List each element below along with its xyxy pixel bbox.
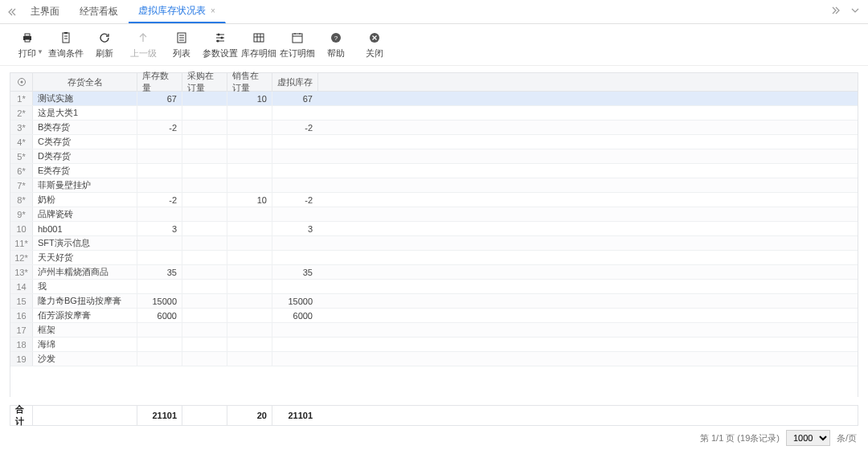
order-detail-button[interactable]: 在订明细 ▼	[278, 31, 317, 59]
table-row[interactable]: 11*SFT演示信息	[10, 236, 858, 251]
cell-purchase	[182, 121, 227, 134]
cell-purchase	[182, 164, 227, 178]
row-index: 10	[10, 222, 33, 235]
close-button[interactable]: 关闭	[355, 31, 394, 59]
cell-purchase	[182, 222, 227, 235]
totals-virtual: 21101	[272, 406, 317, 425]
cell-sales	[227, 121, 272, 134]
refresh-button[interactable]: 刷新	[85, 31, 124, 59]
table-row[interactable]: 6*E类存货	[10, 164, 858, 178]
table-row[interactable]: 4*C类存货	[10, 135, 858, 149]
gear-icon[interactable]	[10, 73, 33, 91]
table-row[interactable]: 3*B类存货-2-2	[10, 121, 858, 135]
row-index: 14	[10, 280, 33, 293]
row-index: 8*	[10, 193, 33, 207]
table-row[interactable]: 14我	[10, 280, 858, 294]
row-index: 1*	[10, 92, 33, 105]
table-row[interactable]: 18海绵	[10, 338, 858, 352]
chevron-down-icon: ▼	[307, 48, 313, 55]
table-row[interactable]: 9*品牌瓷砖	[10, 207, 858, 222]
table-row[interactable]: 8*奶粉-210-2	[10, 193, 858, 207]
table-row[interactable]: 7*菲斯曼壁挂炉	[10, 178, 858, 193]
row-index: 18	[10, 338, 33, 351]
svg-rect-2	[25, 39, 30, 42]
print-button[interactable]: 打印 ▼	[8, 31, 47, 59]
col-sales[interactable]: 销售在订量	[227, 73, 272, 91]
cell-name: 框架	[33, 323, 137, 337]
svg-rect-4	[64, 32, 68, 34]
row-index: 5*	[10, 149, 33, 163]
cell-stock	[137, 149, 182, 163]
filter-button[interactable]: 查询条件	[47, 31, 85, 59]
totals-purchase	[182, 406, 227, 425]
svg-rect-1	[25, 34, 30, 36]
table-row[interactable]: 1*测试实施671067	[10, 92, 858, 106]
cell-stock: 3	[137, 222, 182, 235]
cell-stock: 6000	[137, 309, 182, 322]
table-body[interactable]: 1*测试实施6710672*这是大类13*B类存货-2-24*C类存货5*D类存…	[10, 92, 858, 397]
cell-stock	[137, 135, 182, 149]
cell-virtual: -2	[272, 193, 317, 207]
cell-stock	[137, 352, 182, 366]
cell-virtual	[272, 338, 317, 351]
cell-sales	[227, 164, 272, 178]
cell-purchase	[182, 178, 227, 192]
col-virtual[interactable]: 虚拟库存	[272, 73, 317, 91]
row-index: 9*	[10, 207, 33, 221]
cell-sales	[227, 207, 272, 221]
cell-virtual: 6000	[272, 309, 317, 322]
table-row[interactable]: 19沙发	[10, 352, 858, 366]
cell-sales	[227, 265, 272, 279]
table-row[interactable]: 16佰芳源按摩膏60006000	[10, 309, 858, 323]
close-icon[interactable]: ×	[211, 6, 215, 15]
table-row[interactable]: 12*天天好货	[10, 251, 858, 265]
tab-main[interactable]: 主界面	[21, 0, 70, 23]
tabs-next-icon[interactable]	[828, 2, 844, 18]
cell-name: 品牌瓷砖	[33, 207, 137, 221]
cell-name: 我	[33, 280, 137, 293]
cell-virtual	[272, 164, 317, 178]
stock-detail-button[interactable]: 库存明细	[240, 31, 278, 59]
col-name[interactable]: 存货全名	[33, 73, 137, 91]
tabs-dropdown-icon[interactable]	[847, 2, 863, 18]
cell-purchase	[182, 352, 227, 366]
help-button[interactable]: ? 帮助	[317, 31, 355, 59]
cell-stock: -2	[137, 121, 182, 134]
cell-stock	[137, 280, 182, 293]
col-purchase[interactable]: 采购在订量	[182, 73, 227, 91]
cell-virtual	[272, 149, 317, 163]
cell-stock: 15000	[137, 294, 182, 308]
cell-name: 泸州丰糯烧酒商品	[33, 265, 137, 279]
up-level-button[interactable]: 上一级	[124, 31, 162, 59]
table-row[interactable]: 5*D类存货	[10, 149, 858, 164]
cell-stock	[137, 207, 182, 221]
cell-sales	[227, 222, 272, 235]
cell-purchase	[182, 193, 227, 207]
sliders-icon	[213, 31, 227, 45]
table-row[interactable]: 17框架	[10, 323, 858, 338]
table-row[interactable]: 10hb00133	[10, 222, 858, 236]
params-button[interactable]: 参数设置	[201, 31, 240, 59]
page-size-select[interactable]: 1000	[786, 430, 830, 446]
svg-point-6	[218, 33, 220, 35]
cell-purchase	[182, 149, 227, 163]
list-button[interactable]: 列表	[162, 31, 201, 59]
cell-virtual	[272, 207, 317, 221]
cell-stock	[137, 236, 182, 250]
col-stock[interactable]: 库存数量	[137, 73, 182, 91]
table-row[interactable]: 13*泸州丰糯烧酒商品3535	[10, 265, 858, 280]
cell-virtual	[272, 135, 317, 149]
calendar-icon	[290, 31, 305, 45]
cell-sales: 10	[227, 193, 272, 207]
cell-virtual	[272, 323, 317, 337]
cell-stock	[137, 106, 182, 120]
cell-name: 菲斯曼壁挂炉	[33, 178, 137, 192]
clipboard-icon	[59, 31, 73, 45]
table-row[interactable]: 15隆力奇BG扭动按摩膏1500015000	[10, 294, 858, 309]
svg-point-15	[20, 81, 23, 84]
cell-purchase	[182, 265, 227, 279]
tabs-prev-icon[interactable]	[3, 3, 21, 21]
tab-dashboard[interactable]: 经营看板	[70, 0, 129, 23]
tab-virtual-stock[interactable]: 虚拟库存状况表 ×	[129, 0, 226, 23]
table-row[interactable]: 2*这是大类1	[10, 106, 858, 121]
